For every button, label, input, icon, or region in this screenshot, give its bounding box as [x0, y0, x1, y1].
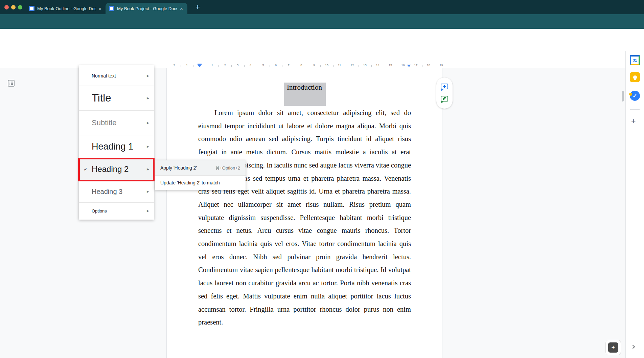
document-heading[interactable]: Introduction	[167, 83, 442, 92]
bulb-icon	[633, 75, 637, 79]
update-heading-2-item[interactable]: Update 'Heading 2' to match	[155, 176, 246, 190]
browser-tab-bar: My Book Outline - Google Docs × My Book …	[0, 0, 644, 14]
tab-close-icon[interactable]: ×	[98, 6, 101, 12]
toolbar: ↶ ↷ 100%▾ Heading 2▾ Book Antiq...▾ − 16…	[0, 51, 644, 63]
submenu-arrow-icon: ▶	[147, 190, 149, 193]
new-tab-button[interactable]: +	[196, 3, 200, 11]
document-body-paragraph[interactable]: Lorem ipsum dolor sit amet, consectetur …	[198, 106, 411, 329]
show-side-panel-chevron-icon[interactable]	[630, 344, 637, 351]
submenu-arrow-icon: ▶	[147, 209, 149, 212]
browser-nav-bar: docs.google.com /document/d/1jwDCFxlxW4G…	[0, 14, 644, 29]
tab-close-icon[interactable]: ×	[180, 6, 183, 12]
right-indent-marker[interactable]	[407, 65, 411, 67]
explore-button[interactable]: ✦	[605, 340, 621, 355]
sparkle-icon: ✦	[608, 342, 618, 353]
submenu-arrow-icon: ▶	[147, 121, 149, 125]
side-panel: 31 ✓ +	[625, 51, 644, 358]
docs-favicon	[109, 6, 114, 11]
style-option-heading-1[interactable]: Heading 1 ▶	[79, 135, 154, 158]
tab-title: My Book Outline - Google Docs	[37, 6, 96, 11]
annotation-highlight-box	[78, 158, 155, 181]
docs-header: My Book Project ☆ File Edit View Insert …	[0, 29, 644, 51]
left-indent-marker[interactable]	[198, 65, 202, 67]
browser-tab-project[interactable]: My Book Project - Google Docs ×	[106, 3, 187, 14]
docs-favicon	[29, 6, 34, 11]
google-tasks-icon[interactable]: ✓	[630, 91, 640, 101]
show-outline-icon[interactable]	[7, 79, 16, 88]
heading-2-submenu: Apply 'Heading 2' ⌘+Option+2 Update 'Hea…	[155, 160, 246, 190]
style-option-subtitle[interactable]: Subtitle ▶	[79, 111, 154, 135]
style-option-title[interactable]: Title ▶	[79, 86, 154, 110]
google-calendar-icon[interactable]: 31	[630, 55, 640, 65]
window-minimize-button[interactable]	[11, 5, 16, 9]
document-page[interactable]: Introduction Lorem ipsum dolor sit amet,…	[166, 68, 442, 358]
style-option-options[interactable]: Options ▶	[79, 203, 154, 219]
styles-dropdown-menu: Normal text ▶ Title ▶ Subtitle ▶ Heading…	[79, 65, 154, 220]
comment-float-widget	[436, 77, 453, 109]
submenu-arrow-icon: ▶	[147, 145, 149, 148]
add-comment-bubble-icon[interactable]	[440, 83, 449, 91]
tab-title: My Book Project - Google Docs	[117, 6, 177, 11]
apply-heading-2-item[interactable]: Apply 'Heading 2' ⌘+Option+2	[155, 160, 246, 175]
first-line-indent-marker[interactable]	[198, 64, 202, 65]
submenu-arrow-icon: ▶	[147, 96, 149, 100]
style-option-normal-text[interactable]: Normal text ▶	[79, 66, 154, 86]
keyboard-shortcut: ⌘+Option+2	[215, 165, 240, 171]
suggest-edits-bubble-icon[interactable]	[440, 95, 449, 104]
google-keep-icon[interactable]	[630, 72, 640, 82]
scrollbar-thumb[interactable]	[622, 91, 624, 102]
window-close-button[interactable]	[4, 5, 9, 9]
get-addons-plus-icon[interactable]: +	[631, 117, 636, 126]
window-zoom-button[interactable]	[18, 5, 22, 9]
browser-tab-outline[interactable]: My Book Outline - Google Docs ×	[26, 3, 105, 14]
submenu-arrow-icon: ▶	[147, 74, 149, 77]
style-option-heading-3[interactable]: Heading 3 ▶	[79, 181, 154, 202]
